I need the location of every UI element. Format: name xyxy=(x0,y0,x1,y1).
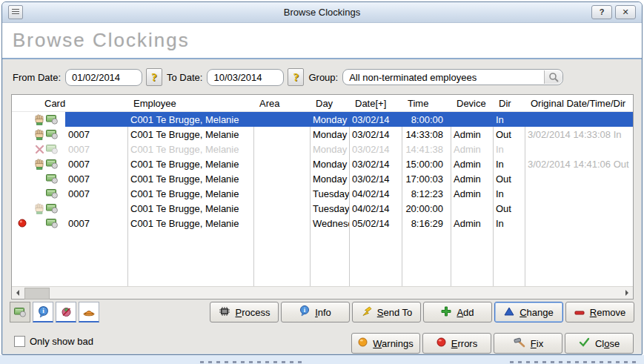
col-device[interactable]: Device xyxy=(451,98,493,109)
toggle-clockings[interactable] xyxy=(10,302,30,322)
background-window-strip xyxy=(0,355,644,364)
remove-button[interactable]: Remove xyxy=(565,302,634,322)
send-to-button[interactable]: Send To xyxy=(352,302,421,322)
table-row[interactable]: C001 Te Brugge, Melanie Monday 03/02/14 … xyxy=(12,112,633,127)
from-date-help-button[interactable]: ? xyxy=(146,68,162,86)
to-date-input[interactable]: 10/03/2014 xyxy=(207,69,284,86)
heading-band: Browse Clockings xyxy=(2,23,642,58)
toggle-jobs[interactable] xyxy=(79,302,99,322)
filter-bar: From Date: 01/02/2014 ? To Date: 10/03/2… xyxy=(2,66,642,88)
table-row[interactable]: 0007 C001 Te Brugge, Melanie Monday 03/0… xyxy=(12,156,633,171)
info-balloon-icon: i xyxy=(299,305,310,319)
view-toggle-bar: i xyxy=(10,302,99,322)
from-date-input[interactable]: 01/02/2014 xyxy=(65,69,142,86)
minus-icon xyxy=(574,307,585,318)
errors-button[interactable]: Errors xyxy=(422,333,491,354)
table-row[interactable]: 0007 C001 Te Brugge, Melanie Monday 03/0… xyxy=(12,127,633,142)
cell-employee: C001 Te Brugge, Melanie xyxy=(127,112,253,127)
manual-hand-icon xyxy=(35,129,44,140)
clocking-card-icon xyxy=(46,188,64,199)
cell-dir: In xyxy=(493,156,525,171)
table-row[interactable]: 0007 C001 Te Brugge, Melanie Monday 03/0… xyxy=(12,142,633,156)
cell-time: 8:00:00 xyxy=(402,112,451,127)
action-row-2: Warnings Errors Fix Close xyxy=(351,333,633,354)
col-employee[interactable]: Employee xyxy=(127,98,253,109)
page-title: Browse Clockings xyxy=(13,29,190,52)
cell-dir: In xyxy=(493,186,525,201)
scroll-left-arrow[interactable] xyxy=(12,287,24,299)
col-date[interactable]: Date[+] xyxy=(349,98,402,109)
table-body: C001 Te Brugge, Melanie Monday 03/02/14 … xyxy=(12,112,633,286)
col-day[interactable]: Day xyxy=(310,98,349,109)
error-dot-icon xyxy=(18,219,27,228)
cell-date: 03/02/14 xyxy=(349,142,402,156)
group-input[interactable]: All non-terminated employees xyxy=(342,69,563,85)
col-area[interactable]: Area xyxy=(253,98,310,109)
window-title: Browse Clockings xyxy=(2,7,642,18)
cell-day: Monday xyxy=(310,171,349,186)
horizontal-scrollbar[interactable] xyxy=(12,286,633,299)
magnifier-icon[interactable] xyxy=(544,70,562,84)
cell-original xyxy=(525,171,633,186)
col-card[interactable]: Card xyxy=(39,98,127,109)
info-balloon-icon: i xyxy=(38,306,49,318)
cell-day: Tuesday xyxy=(310,201,349,216)
green-check-icon xyxy=(579,337,590,349)
add-button[interactable]: Add xyxy=(423,302,492,322)
scroll-right-arrow[interactable] xyxy=(621,287,633,299)
cell-day: Wednesday xyxy=(310,216,349,231)
orange-sphere-icon xyxy=(358,337,368,349)
process-button[interactable]: Process xyxy=(210,302,279,322)
cell-original xyxy=(525,216,633,231)
info-button[interactable]: iInfo xyxy=(281,302,350,322)
cell-area xyxy=(253,112,310,127)
cell-device: Admin xyxy=(451,142,493,156)
cell-time: 20:00:00 xyxy=(402,201,451,216)
cell-card: 0007 xyxy=(65,142,127,156)
clocking-card-icon xyxy=(46,129,59,139)
cell-employee: C001 Te Brugge, Melanie xyxy=(127,186,253,201)
clocking-card-icon xyxy=(46,159,64,169)
warnings-button[interactable]: Warnings xyxy=(351,333,420,354)
table-row[interactable]: 0007 C001 Te Brugge, Melanie Tuesday 04/… xyxy=(12,186,633,201)
col-original[interactable]: Original Date/Time/Dir xyxy=(525,98,633,109)
only-show-bad-row: Only show bad xyxy=(14,336,93,347)
clocking-card-icon xyxy=(46,159,59,169)
group-label: Group: xyxy=(308,72,338,83)
manual-hand-icon xyxy=(35,114,44,125)
clocking-card-icon xyxy=(46,203,64,214)
manual-hand-icon xyxy=(35,203,44,214)
close-button[interactable]: Close xyxy=(565,333,634,354)
col-time[interactable]: Time xyxy=(402,98,451,109)
title-bar[interactable]: Browse Clockings ? ✕ xyxy=(2,2,642,23)
background-text-fragment xyxy=(510,361,636,363)
cell-original: 3/02/2014 14:41:06 Out xyxy=(525,156,633,171)
cell-employee: C001 Te Brugge, Melanie xyxy=(127,142,253,156)
cell-date: 04/02/14 xyxy=(349,201,402,216)
cell-employee: C001 Te Brugge, Melanie xyxy=(127,171,253,186)
table-row[interactable]: 0007 C001 Te Brugge, Melanie Monday 03/0… xyxy=(12,171,633,186)
cell-area xyxy=(253,142,310,156)
toggle-absence[interactable] xyxy=(56,302,76,322)
cell-dir: Out xyxy=(493,127,525,142)
cell-card: 0007 xyxy=(65,156,127,171)
table-row[interactable]: 0007 C001 Te Brugge, Melanie Wednesday 0… xyxy=(12,216,633,231)
cell-device xyxy=(451,112,493,127)
scrollbar-thumb[interactable] xyxy=(24,288,50,300)
cell-device: Admin xyxy=(451,186,493,201)
manual-hand-icon xyxy=(35,129,44,140)
cell-dir: In xyxy=(493,112,525,127)
cell-day: Tuesday xyxy=(310,186,349,201)
toggle-info[interactable]: i xyxy=(33,302,53,322)
cell-device: Admin xyxy=(451,156,493,171)
fix-button[interactable]: Fix xyxy=(494,333,562,354)
deleted-x-icon xyxy=(35,145,44,154)
table-row[interactable]: C001 Te Brugge, Melanie Tuesday 04/02/14… xyxy=(12,201,633,216)
only-show-bad-checkbox[interactable] xyxy=(14,336,25,347)
change-button[interactable]: Change xyxy=(494,302,563,322)
cell-day: Monday xyxy=(310,127,349,142)
clocking-card-icon xyxy=(46,173,59,184)
col-dir[interactable]: Dir xyxy=(493,98,525,109)
to-date-help-button[interactable]: ? xyxy=(288,68,304,86)
cell-time: 8:16:29 xyxy=(402,216,451,231)
